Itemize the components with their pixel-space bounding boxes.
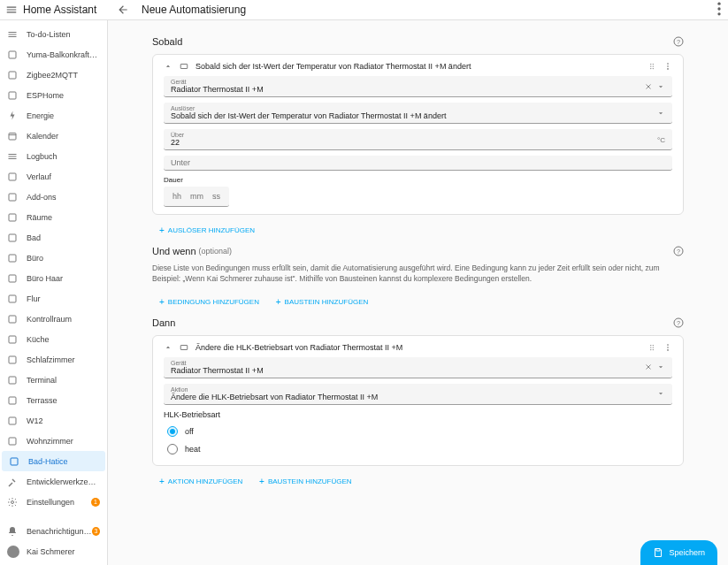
sidebar-item-w12[interactable]: W12 — [0, 410, 107, 431]
sidebar-item-yuma-balkonkraftwerk[interactable]: Yuma-Balkonkraftwerk — [0, 44, 107, 65]
sidebar-item-einstellungen[interactable]: Einstellungen1 — [0, 492, 107, 512]
device-icon — [180, 62, 188, 71]
plus-icon: + — [159, 225, 165, 235]
sidebar-item-wohnzimmer[interactable]: Wohnzimmer — [0, 431, 107, 451]
save-button[interactable]: Speichern — [640, 540, 717, 565]
list-icon — [7, 29, 18, 40]
radio-off[interactable]: off — [164, 423, 672, 440]
action-card: Ändere die HLK-Betriebsart von Radiator … — [152, 335, 684, 466]
sidebar-item-esphome[interactable]: ESPHome — [0, 85, 107, 105]
plus-icon: + — [159, 297, 165, 307]
collapse-icon[interactable] — [164, 343, 172, 352]
sidebar-item-räume[interactable]: Räume — [0, 207, 107, 227]
sidebar-item-to-do-listen[interactable]: To-do-Listen — [0, 24, 107, 44]
sidebar-item-büro-haar[interactable]: Büro Haar — [0, 268, 107, 288]
plus-icon: + — [276, 297, 281, 307]
badge: 3 — [92, 527, 100, 536]
overflow-icon[interactable] — [663, 62, 672, 71]
drag-icon[interactable] — [648, 343, 656, 352]
condition-section-title: Und wenn — [152, 246, 196, 256]
help-icon[interactable] — [673, 36, 684, 47]
zigbee-icon — [7, 70, 18, 80]
duration-field[interactable]: hh mm ss — [164, 187, 229, 207]
add-block-button[interactable]: +Baustein hinzufügen — [269, 292, 376, 312]
nav-label: W12 — [27, 416, 43, 425]
nav-label: Yuma-Balkonkraftwerk — [27, 50, 100, 59]
nav-label: Entwicklerwerkzeuge — [27, 477, 100, 486]
sidebar-item-entwicklerwerkzeuge[interactable]: Entwicklerwerkzeuge — [0, 471, 107, 492]
nav-label: Terrasse — [27, 396, 57, 405]
add-condition-button[interactable]: +Bedingung hinzufügen — [152, 292, 266, 312]
nav-label: Add-ons — [27, 193, 57, 202]
sidebar-item-bad[interactable]: Bad — [0, 227, 107, 248]
puzzle-icon — [7, 192, 18, 202]
avatar — [7, 546, 19, 558]
square-icon — [9, 456, 19, 467]
topbar: Home Assistant Neue Automatisierung — [0, 0, 728, 20]
collapse-icon[interactable] — [164, 62, 172, 71]
hh[interactable]: hh — [172, 192, 181, 201]
field-value: Ändere die HLK-Betriebsart von Radiator … — [171, 393, 665, 401]
nav-label: Wohnzimmer — [27, 437, 73, 446]
sidebar-item-kai-schmerer[interactable]: Kai Schmerer — [0, 541, 107, 561]
square-icon — [7, 416, 18, 426]
sidebar-item-logbuch[interactable]: Logbuch — [0, 146, 107, 166]
above-field[interactable]: Über 22 °C — [164, 129, 672, 150]
square-icon — [7, 50, 18, 60]
sidebar-item-büro[interactable]: Büro — [0, 248, 107, 268]
sidebar-item-küche[interactable]: Küche — [0, 329, 107, 349]
mode-label: HLK-Betriebsart — [164, 410, 672, 419]
add-block-button[interactable]: +Baustein hinzufügen — [252, 471, 359, 492]
clear-icon[interactable] — [644, 82, 653, 91]
nav-label: Energie — [27, 111, 54, 120]
ss[interactable]: ss — [212, 192, 220, 201]
dropdown-icon[interactable] — [656, 109, 665, 118]
dropdown-icon[interactable] — [656, 363, 665, 371]
mm[interactable]: mm — [190, 192, 203, 201]
sidebar-item-terrasse[interactable]: Terrasse — [0, 390, 107, 410]
add-trigger-button[interactable]: +Auslöser hinzufügen — [152, 220, 262, 241]
device-field[interactable]: Gerät Radiator Thermostat II +M — [164, 357, 672, 378]
dropdown-icon[interactable] — [656, 389, 665, 398]
help-icon[interactable] — [673, 246, 684, 256]
unit: °C — [657, 135, 665, 143]
field-label: Auslöser — [171, 105, 665, 111]
below-field[interactable]: Unter — [164, 156, 672, 171]
trigger-field[interactable]: Auslöser Sobald sich der Ist-Wert der Te… — [164, 103, 672, 124]
sidebar-item-kalender[interactable]: Kalender — [0, 126, 107, 146]
sidebar-item-schlafzimmer[interactable]: Schlafzimmer — [0, 349, 107, 370]
nav-label: Räume — [27, 213, 52, 222]
radio-heat[interactable]: heat — [164, 440, 672, 458]
overflow-icon[interactable] — [663, 343, 672, 352]
back-icon[interactable] — [117, 4, 129, 16]
dropdown-icon[interactable] — [656, 82, 665, 91]
sidebar-item-verlauf[interactable]: Verlauf — [0, 166, 107, 187]
nav-label: ESPHome — [27, 91, 64, 100]
field-label: Aktion — [171, 386, 665, 393]
add-action-button[interactable]: +Aktion hinzufügen — [152, 471, 249, 492]
optional-label: (optional) — [199, 247, 233, 256]
menu-icon[interactable] — [5, 4, 18, 16]
sidebar-item-add-ons[interactable]: Add-ons — [0, 187, 107, 207]
clear-icon[interactable] — [644, 363, 653, 371]
duration-label: Dauer — [164, 176, 672, 184]
sidebar-item-benachrichtigungen[interactable]: Benachrichtigungen3 — [0, 521, 107, 541]
device-field[interactable]: Gerät Radiator Thermostat II +M — [164, 76, 672, 97]
drag-icon[interactable] — [648, 62, 656, 71]
nav-label: Kalender — [27, 132, 58, 141]
sidebar-item-terminal[interactable]: Terminal — [0, 370, 107, 390]
sidebar-item-bad-hatice[interactable]: Bad-Hatice — [2, 451, 105, 471]
sidebar-item-zigbee2mqtt[interactable]: Zigbee2MQTT — [0, 65, 107, 85]
radio-icon — [167, 444, 178, 454]
sidebar-item-energie[interactable]: Energie — [0, 105, 107, 126]
sidebar-item-kontrollraum[interactable]: Kontrollraum — [0, 309, 107, 329]
list2-icon — [7, 151, 18, 162]
condition-description: Diese Liste von Bedingungen muss erfüllt… — [152, 263, 684, 285]
help-icon[interactable] — [673, 317, 684, 328]
sidebar-item-flur[interactable]: Flur — [0, 288, 107, 309]
trigger-title: Sobald sich der Ist-Wert der Temperatur … — [195, 62, 471, 71]
topbar-main: Neue Automatisierung — [108, 4, 710, 16]
field-value: Sobald sich der Ist-Wert der Temperatur … — [171, 111, 665, 120]
topbar-left: Home Assistant — [0, 4, 108, 16]
action-field[interactable]: Aktion Ändere die HLK-Betriebsart von Ra… — [164, 384, 672, 405]
